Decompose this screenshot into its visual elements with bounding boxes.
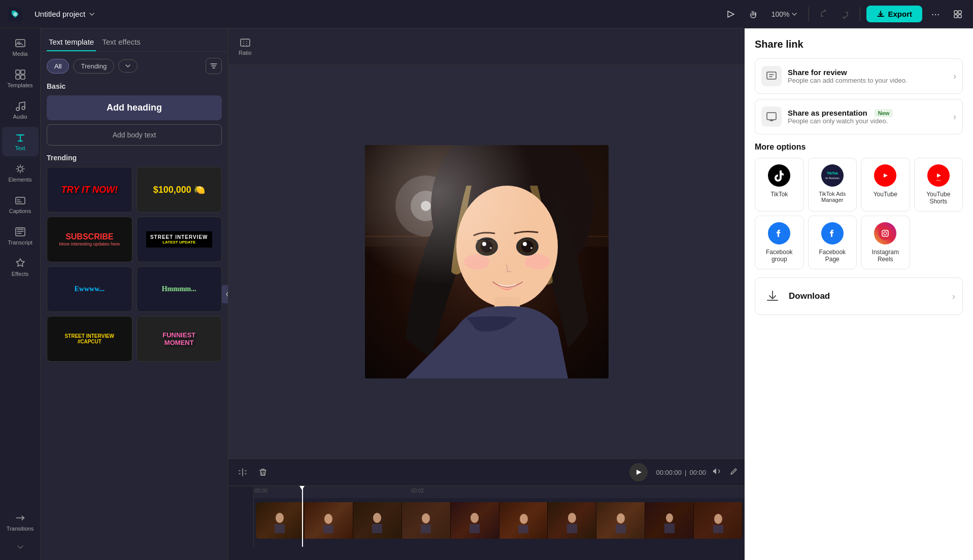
template-subscribe[interactable]: SUBSCRIBE More interesting updates here	[47, 217, 132, 262]
sidebar-collapse-button[interactable]	[2, 539, 39, 556]
sidebar-item-templates[interactable]: Templates	[2, 64, 39, 93]
trending-section: Trending TRY IT NOW! $100,000 🍋 SUBSCRIB…	[47, 154, 222, 362]
filter-icon-button[interactable]	[206, 58, 222, 74]
svg-rect-44	[372, 524, 382, 533]
sidebar-text-label: Text	[15, 145, 25, 151]
new-badge: New	[875, 109, 893, 117]
export-button[interactable]: Export	[866, 6, 922, 22]
svg-point-57	[714, 514, 722, 524]
svg-rect-3	[954, 15, 957, 18]
project-name-button[interactable]: Untitled project	[29, 7, 100, 21]
topbar-tools: 100% Export ···	[722, 5, 967, 23]
template-street-capcut[interactable]: STREET INTERVIEW #CAPCUT	[47, 316, 132, 362]
sidebar-item-captions[interactable]: Captions	[2, 190, 39, 219]
tab-text-template[interactable]: Text template	[47, 33, 96, 51]
panel-tabs: Text template Text effects	[41, 28, 228, 52]
more-options-button[interactable]: ···	[926, 5, 945, 23]
split-tool-button[interactable]	[234, 464, 251, 480]
delete-tool-button[interactable]	[255, 464, 271, 480]
tab-text-effects[interactable]: Text effects	[100, 33, 143, 51]
sidebar-item-effects[interactable]: Effects	[2, 253, 39, 282]
template-try-it-text: TRY IT NOW!	[61, 185, 118, 195]
zoom-control[interactable]: 100%	[766, 7, 803, 21]
hand-tool-button[interactable]	[744, 5, 762, 23]
share-presentation-title: Share as presentation	[788, 109, 867, 117]
platform-facebook-page[interactable]: Facebook Page	[808, 216, 857, 269]
platform-tiktok-ads[interactable]: TikTok for Business TikTok AdsManager	[808, 158, 857, 212]
share-presentation-desc: People can only watch your video.	[788, 117, 953, 125]
timeline-ruler: 00:00 00:02	[254, 486, 745, 498]
filter-trending-button[interactable]: Trending	[73, 59, 114, 74]
youtube-shorts-icon: Shorts	[927, 164, 950, 187]
volume-btn[interactable]	[712, 467, 721, 478]
platform-youtube-shorts[interactable]: Shorts YouTube Shorts	[914, 158, 963, 212]
svg-point-55	[666, 513, 673, 522]
ratio-button[interactable]: Ratio	[232, 32, 258, 60]
filter-all-button[interactable]: All	[47, 59, 69, 74]
track-frame-8	[596, 502, 645, 539]
layout-toggle-button[interactable]	[949, 5, 967, 23]
template-ewww[interactable]: Ewwww...	[47, 266, 132, 312]
redo-button[interactable]	[835, 5, 854, 23]
sidebar-item-transitions[interactable]: Transitions	[2, 507, 39, 537]
add-heading-button[interactable]: Add heading	[47, 95, 222, 120]
svg-rect-7	[16, 70, 20, 74]
sidebar-item-audio[interactable]: Audio	[2, 95, 39, 125]
tiktok-icon	[768, 164, 790, 187]
template-street-interview[interactable]: STREET INTERVIEW LATEST UPDATE	[137, 217, 222, 262]
track-frame-4	[402, 502, 451, 539]
share-for-review-option[interactable]: Share for review People can add comments…	[755, 58, 963, 94]
platform-youtube[interactable]: YouTube	[861, 158, 910, 212]
panel-collapse-button[interactable]	[222, 285, 228, 303]
basic-section-title: Basic	[47, 82, 222, 90]
facebook-page-icon	[821, 222, 844, 244]
platform-instagram-reels-label: Instagram Reels	[864, 249, 907, 263]
template-street2-text: STREET INTERVIEW	[64, 333, 114, 339]
track-frame-1	[256, 502, 305, 539]
svg-point-51	[568, 513, 576, 523]
platform-tiktok-label: TikTok	[770, 191, 788, 198]
share-as-presentation-option[interactable]: Share as presentation New People can onl…	[755, 99, 963, 134]
platform-instagram-reels[interactable]: Instagram Reels	[861, 216, 910, 269]
app-logo	[6, 5, 24, 23]
canvas-content	[228, 64, 745, 459]
sidebar-effects-label: Effects	[12, 271, 28, 277]
track-frame-6	[499, 502, 548, 539]
play-mode-button[interactable]	[722, 5, 740, 23]
more-options-title: More options	[755, 143, 963, 152]
platform-facebook-page-label: Facebook Page	[812, 249, 854, 263]
download-chevron: ›	[952, 291, 955, 302]
sidebar-item-transcript[interactable]: Transcript	[2, 221, 39, 251]
undo-button[interactable]	[815, 5, 833, 23]
play-button[interactable]	[629, 463, 648, 481]
svg-rect-56	[664, 523, 675, 533]
timeline-side	[228, 486, 254, 547]
svg-point-39	[276, 513, 284, 523]
project-name-label: Untitled project	[35, 10, 85, 18]
svg-rect-9	[16, 75, 20, 79]
share-review-title: Share for review	[788, 68, 953, 77]
video-track[interactable]	[256, 502, 743, 539]
sidebar-item-text[interactable]: Text	[2, 127, 39, 156]
edit-pencil-btn[interactable]	[729, 467, 739, 478]
template-hmm[interactable]: Hmmmm...	[137, 266, 222, 312]
share-presentation-chevron: ›	[953, 112, 956, 122]
add-body-text-button[interactable]: Add body text	[47, 124, 222, 146]
sidebar-transcript-label: Transcript	[8, 239, 32, 246]
filter-dropdown-button[interactable]	[118, 59, 138, 73]
svg-text:Shorts: Shorts	[936, 180, 941, 182]
platform-tiktok[interactable]: TikTok	[755, 158, 804, 212]
template-funniest-moment[interactable]: FUNNIESTMOMENT	[137, 316, 222, 362]
sidebar-item-elements[interactable]: Elements	[2, 158, 39, 188]
separator	[809, 7, 809, 21]
template-100k[interactable]: $100,000 🍋	[137, 167, 222, 213]
current-time: 00:00:00	[656, 469, 682, 476]
download-button[interactable]: Download ›	[755, 277, 963, 315]
template-try-it-now[interactable]: TRY IT NOW!	[47, 167, 132, 213]
svg-point-11	[16, 108, 19, 111]
svg-text:TikTok: TikTok	[827, 171, 838, 175]
platform-facebook-group[interactable]: Facebook group	[755, 216, 804, 269]
sidebar-item-media[interactable]: Media	[2, 32, 39, 62]
timeline-controls: 00:00:00 | 00:00	[228, 459, 745, 486]
template-subscribe-subtext: More interesting updates here	[59, 241, 120, 247]
